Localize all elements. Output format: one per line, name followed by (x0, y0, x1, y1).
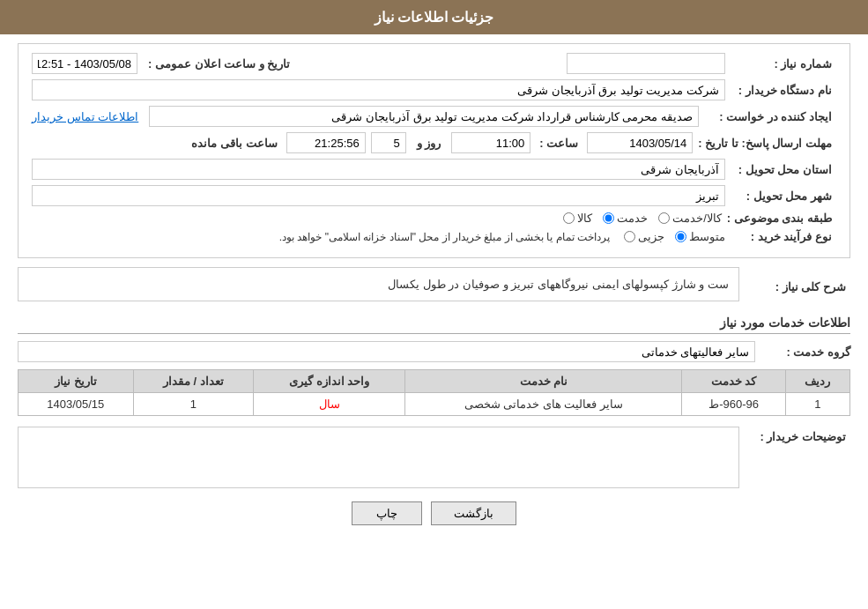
tarikh-label: تاریخ و ساعت اعلان عمومی : (148, 57, 290, 71)
table-row: 1 960-96-ط سایر فعالیت های خدماتی شخصی س… (19, 393, 850, 416)
noeFarayand-note: پرداخت تمام یا بخشی از مبلغ خریدار از مح… (279, 231, 610, 243)
tabaqe-kala-khedmat-label: کالا/خدمت (672, 212, 722, 225)
tabaqe-khedmat-radio[interactable] (603, 212, 614, 224)
noeFarayand-jozi-radio[interactable] (624, 231, 635, 242)
content-area: شماره نیاز : تاریخ و ساعت اعلان عمومی : … (0, 34, 868, 543)
col-vahed: واحد اندازه گیری (254, 370, 405, 393)
toseifat-textarea[interactable] (18, 427, 739, 488)
tabaqe-label: طبقه بندی موضوعی : (727, 212, 836, 225)
namDastgah-label: نام دستگاه خریدار : (731, 84, 836, 97)
sharhNiaz-box: ست و شارژ کپسولهای ایمنی نیروگاههای تبری… (18, 267, 739, 301)
page-title: جزئیات اطلاعات نیاز (375, 10, 494, 25)
mohlat-roz-input[interactable] (371, 132, 406, 153)
tabaqe-kala-radio[interactable] (563, 212, 575, 224)
ostan-input[interactable] (32, 159, 725, 180)
sharhNiaz-label: شرح کلی نیاز : (745, 280, 850, 293)
main-form-section: شماره نیاز : تاریخ و ساعت اعلان عمومی : … (18, 43, 850, 258)
tabaqe-kala-label: کالا (577, 212, 592, 225)
items-table: ردیف کد خدمت نام خدمت واحد اندازه گیری ت… (18, 369, 850, 416)
cell-vahed: سال (254, 393, 405, 416)
cell-kodKhadamat: 960-96-ط (682, 393, 785, 416)
col-tedad: تعداد / مقدار (133, 370, 254, 393)
eijadKonande-label: ایجاد کننده در خواست : (704, 110, 836, 123)
noeFarayand-motevaset: متوسط (675, 230, 725, 243)
shahr-input[interactable] (32, 185, 725, 206)
row-sharhNiaz: شرح کلی نیاز : ست و شارژ کپسولهای ایمنی … (18, 267, 850, 307)
mohlat-remaining-label: ساعت باقی مانده (191, 137, 277, 150)
groheKhadamat-label: گروه خدمت : (762, 345, 850, 359)
table-body: 1 960-96-ط سایر فعالیت های خدماتی شخصی س… (19, 393, 850, 416)
mohlat-saat-input[interactable] (451, 132, 530, 153)
mohlat-roz-label: روز و (417, 137, 441, 150)
row-shahr: شهر محل تحویل : (32, 185, 836, 206)
cell-tedad: 1 (133, 393, 254, 416)
mohlat-remaining-input[interactable] (286, 132, 366, 153)
table-header: ردیف کد خدمت نام خدمت واحد اندازه گیری ت… (19, 370, 850, 393)
toseifat-label: توضیحات خریدار : (745, 427, 850, 443)
col-radif: ردیف (785, 370, 849, 393)
print-button[interactable]: چاپ (352, 501, 422, 525)
ostan-label: استان محل تحویل : (731, 163, 836, 176)
khadamat-section-title: اطلاعات خدمات مورد نیاز (18, 316, 850, 334)
back-button[interactable]: بازگشت (431, 501, 516, 525)
row-shomareNiaz: شماره نیاز : تاریخ و ساعت اعلان عمومی : (32, 53, 836, 74)
col-kodKhadamat: کد خدمت (682, 370, 785, 393)
noeFarayand-motevaset-radio[interactable] (675, 231, 686, 242)
row-namDastgah: نام دستگاه خریدار : (32, 79, 836, 100)
tabaqe-khedmat: خدمت (603, 212, 648, 225)
cell-radif: 1 (785, 393, 849, 416)
col-tarikh: تاریخ نیاز (19, 370, 134, 393)
sharhNiaz-text: ست و شارژ کپسولهای ایمنی نیروگاههای تبری… (24, 273, 733, 295)
cell-namKhadamat: سایر فعالیت های خدماتی شخصی (405, 393, 682, 416)
mohlat-label: مهلت ارسال پاسخ: تا تاریخ : (698, 137, 836, 150)
tabaqe-khedmat-label: خدمت (617, 212, 648, 225)
tarikh-input[interactable] (32, 53, 137, 74)
tabaqe-radio-group: کالا خدمت کالا/خدمت (563, 212, 722, 225)
tabaqe-kala-khedmat: کالا/خدمت (658, 212, 722, 225)
row-eijadKonande: ایجاد کننده در خواست : اطلاعات تماس خرید… (32, 106, 836, 127)
groheKhadamat-input[interactable] (18, 341, 755, 362)
row-ostan: استان محل تحویل : (32, 159, 836, 180)
namDastgah-input[interactable] (32, 79, 725, 100)
tabaqe-kala: کالا (563, 212, 592, 225)
row-toseifat: توضیحات خریدار : (18, 427, 850, 488)
table-header-row: ردیف کد خدمت نام خدمت واحد اندازه گیری ت… (19, 370, 850, 393)
contact-link[interactable]: اطلاعات تماس خریدار (32, 110, 138, 123)
eijadKonande-input[interactable] (149, 106, 699, 127)
row-mohlat: مهلت ارسال پاسخ: تا تاریخ : ساعت : روز و… (32, 132, 836, 153)
col-namKhadamat: نام خدمت (405, 370, 682, 393)
noeFarayand-jozi: جزیی (624, 230, 664, 243)
noeFarayand-radio-group: جزیی متوسط (624, 230, 725, 243)
page-container: جزئیات اطلاعات نیاز شماره نیاز : تاریخ و… (0, 0, 868, 609)
shomareNiaz-label: شماره نیاز : (731, 57, 836, 71)
mohlat-saat-label: ساعت : (539, 137, 578, 150)
tabaqe-kala-khedmat-radio[interactable] (658, 212, 670, 224)
cell-tarikh: 1403/05/15 (19, 393, 134, 416)
mohlat-date-input[interactable] (587, 132, 693, 153)
noeFarayand-label: نوع فرآیند خرید : (731, 230, 836, 243)
row-tabaqe: طبقه بندی موضوعی : کالا خدمت کالا/خدمت (32, 212, 836, 225)
shomareNiaz-input[interactable] (567, 53, 725, 74)
row-groheKhadamat: گروه خدمت : (18, 341, 850, 362)
button-row: بازگشت چاپ (18, 501, 850, 525)
page-header: جزئیات اطلاعات نیاز (0, 0, 868, 34)
noeFarayand-motevaset-label: متوسط (689, 230, 725, 243)
shahr-label: شهر محل تحویل : (731, 189, 836, 203)
noeFarayand-jozi-label: جزیی (638, 230, 664, 243)
row-noeFarayand: نوع فرآیند خرید : جزیی متوسط پرداخت تمام… (32, 230, 836, 243)
